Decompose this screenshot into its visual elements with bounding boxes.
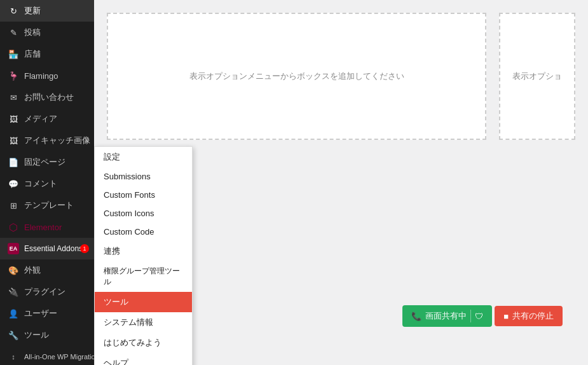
sidebar-item-flamingo[interactable]: 🦩 Flamingo — [0, 65, 94, 86]
placeholder-box-right: 表示オプショ — [499, 13, 575, 140]
submenu-item-getting-started[interactable]: はじめてみよう — [95, 333, 192, 353]
sidebar-item-contact[interactable]: ✉ お問い合わせ — [0, 86, 94, 108]
comments-icon: 💬 — [8, 178, 19, 189]
sidebar-item-pages[interactable]: 📄 固定ページ — [0, 151, 94, 173]
sidebar-item-eyecatch[interactable]: 🖼 アイキャッチ画像 — [0, 130, 94, 151]
flamingo-icon: 🦩 — [8, 70, 19, 81]
submenu-item-role-manager[interactable]: 権限グループ管理ツール — [95, 261, 192, 292]
submenu-item-submissions[interactable]: Submissions — [95, 167, 192, 186]
migration-icon: ↕ — [8, 351, 19, 362]
users-icon: 👤 — [8, 308, 19, 319]
submenu-item-custom-fonts[interactable]: Custom Fonts — [95, 186, 192, 204]
sidebar-item-update[interactable]: ↻ 更新 — [0, 0, 94, 22]
store-icon: 🏪 — [8, 48, 19, 60]
plugins-icon: 🔌 — [8, 286, 19, 298]
sidebar: ↻ 更新 ✎ 投稿 🏪 店舗 🦩 Flamingo ✉ お問い合わせ 🖼 メディ… — [0, 0, 94, 365]
submenu: 設定 Submissions Custom Fonts Custom Icons… — [94, 146, 193, 365]
screen-share-bar: 📞 画面共有中 🛡 ■ 共有の停止 — [402, 305, 563, 327]
sidebar-item-plugins[interactable]: 🔌 プラグイン — [0, 281, 94, 303]
sidebar-item-appearance[interactable]: 🎨 外観 — [0, 259, 94, 281]
ea-icon: EA — [8, 243, 19, 254]
templates-icon: ⊞ — [8, 200, 19, 211]
screen-share-active-button[interactable]: 📞 画面共有中 🛡 — [402, 305, 492, 327]
share-stop-button[interactable]: ■ 共有の停止 — [495, 306, 563, 326]
stop-icon: ■ — [503, 312, 509, 321]
image-icon: 🖼 — [8, 135, 19, 146]
sidebar-item-store[interactable]: 🏪 店舗 — [0, 43, 94, 65]
sidebar-item-tools[interactable]: 🔧 ツール — [0, 324, 94, 346]
sidebar-item-media[interactable]: 🖼 メディア — [0, 108, 94, 130]
sidebar-item-essential-addons[interactable]: EA Essential Addons 1 — [0, 238, 94, 259]
sidebar-item-elementor[interactable]: ⬡ Elementor — [0, 216, 94, 238]
placeholder-box-left: 表示オプションメニューからボックスを追加してください — [107, 13, 486, 140]
contact-icon: ✉ — [8, 92, 19, 103]
submenu-item-tools[interactable]: ツール — [95, 292, 192, 312]
phone-icon: 📞 — [411, 312, 421, 321]
submenu-item-system-info[interactable]: システム情報 — [95, 312, 192, 333]
submenu-item-custom-icons[interactable]: Custom Icons — [95, 204, 192, 223]
submenu-item-help[interactable]: ヘルプ — [95, 353, 192, 365]
sidebar-item-migration[interactable]: ↕ All-in-One WP Migration — [0, 346, 94, 365]
tools-icon: 🔧 — [8, 329, 19, 341]
submenu-item-settings[interactable]: 設定 — [95, 147, 192, 167]
appearance-icon: 🎨 — [8, 265, 19, 276]
posts-icon: ✎ — [8, 27, 19, 38]
sidebar-item-users[interactable]: 👤 ユーザー — [0, 303, 94, 324]
submenu-item-integration[interactable]: 連携 — [95, 241, 192, 261]
media-icon: 🖼 — [8, 113, 19, 125]
sidebar-item-posts[interactable]: ✎ 投稿 — [0, 22, 94, 43]
separator — [470, 310, 471, 322]
sidebar-item-comments[interactable]: 💬 コメント — [0, 173, 94, 195]
submenu-item-custom-code[interactable]: Custom Code — [95, 223, 192, 241]
sidebar-item-templates[interactable]: ⊞ テンプレート — [0, 195, 94, 216]
update-icon: ↻ — [8, 5, 19, 17]
shield-icon: 🛡 — [475, 312, 483, 321]
pages-icon: 📄 — [8, 156, 19, 168]
badge-count: 1 — [80, 244, 89, 253]
elementor-icon: ⬡ — [8, 221, 19, 233]
